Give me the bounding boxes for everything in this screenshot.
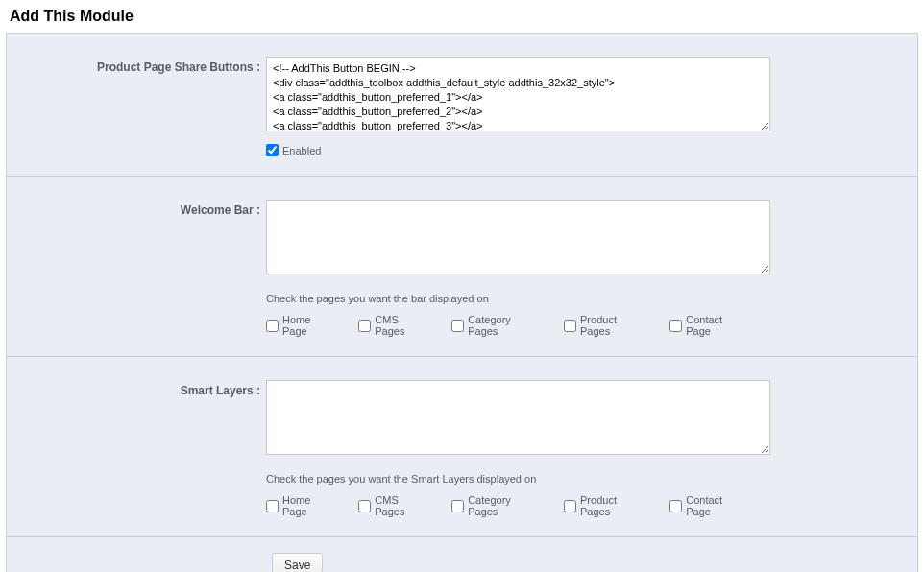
welcome-bar-options: Home Page CMS Pages Category Pages Produ… [266, 314, 770, 337]
product-share-textarea[interactable] [266, 57, 770, 131]
smart-layers-checkbox-category[interactable] [451, 500, 464, 512]
smart-layers-option-home[interactable]: Home Page [266, 494, 337, 517]
smart-layers-option-cms[interactable]: CMS Pages [358, 494, 430, 517]
welcome-bar-checkbox-cms[interactable] [358, 320, 371, 332]
welcome-bar-checkbox-product[interactable] [564, 320, 576, 332]
section-product-share: Product Page Share Buttons : Enabled [7, 34, 917, 176]
smart-layers-checkbox-cms[interactable] [358, 500, 371, 512]
smart-layers-textarea[interactable] [266, 380, 770, 455]
welcome-bar-textarea[interactable] [266, 200, 770, 274]
welcome-bar-option-label: Home Page [282, 314, 337, 337]
smart-layers-option-label: Category Pages [468, 494, 543, 517]
smart-layers-help: Check the pages you want the Smart Layer… [266, 473, 770, 485]
welcome-bar-label: Welcome Bar : [7, 200, 266, 219]
product-share-enabled-label[interactable]: Enabled [282, 145, 321, 156]
smart-layers-option-product[interactable]: Product Pages [564, 494, 648, 517]
welcome-bar-option-label: Product Pages [580, 314, 648, 337]
save-section: Save [7, 536, 917, 572]
page-title: Add This Module [10, 8, 924, 25]
smart-layers-option-label: CMS Pages [375, 494, 430, 517]
welcome-bar-option-product[interactable]: Product Pages [564, 314, 648, 337]
smart-layers-options: Home Page CMS Pages Category Pages Produ… [266, 494, 770, 517]
smart-layers-checkbox-home[interactable] [266, 500, 279, 512]
smart-layers-option-label: Contact Page [686, 494, 749, 517]
smart-layers-option-contact[interactable]: Contact Page [669, 494, 749, 517]
welcome-bar-checkbox-contact[interactable] [669, 320, 682, 332]
welcome-bar-option-cms[interactable]: CMS Pages [358, 314, 430, 337]
smart-layers-checkbox-contact[interactable] [669, 500, 682, 512]
welcome-bar-option-label: Contact Page [686, 314, 749, 337]
product-share-enabled-checkbox[interactable] [266, 144, 279, 156]
smart-layers-option-category[interactable]: Category Pages [451, 494, 543, 517]
section-welcome-bar: Welcome Bar : Check the pages you want t… [7, 176, 917, 356]
welcome-bar-help: Check the pages you want the bar display… [266, 293, 770, 304]
welcome-bar-option-home[interactable]: Home Page [266, 314, 337, 337]
product-share-label: Product Page Share Buttons : [7, 57, 266, 76]
smart-layers-checkbox-product[interactable] [564, 500, 576, 512]
welcome-bar-option-label: Category Pages [468, 314, 543, 337]
smart-layers-option-label: Product Pages [580, 494, 648, 517]
welcome-bar-option-category[interactable]: Category Pages [451, 314, 543, 337]
welcome-bar-option-label: CMS Pages [375, 314, 430, 337]
smart-layers-label: Smart Layers : [7, 380, 266, 399]
smart-layers-option-label: Home Page [282, 494, 337, 517]
welcome-bar-option-contact[interactable]: Contact Page [669, 314, 749, 337]
save-button[interactable]: Save [272, 553, 323, 572]
welcome-bar-checkbox-home[interactable] [266, 320, 279, 332]
settings-panel: Product Page Share Buttons : Enabled Wel… [6, 33, 918, 572]
welcome-bar-checkbox-category[interactable] [451, 320, 464, 332]
section-smart-layers: Smart Layers : Check the pages you want … [7, 356, 917, 536]
